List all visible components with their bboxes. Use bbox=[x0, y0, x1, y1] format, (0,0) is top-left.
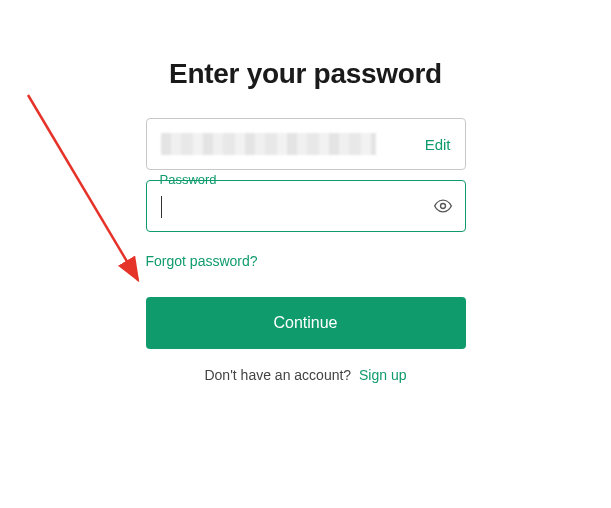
eye-icon[interactable] bbox=[433, 196, 453, 216]
password-field bbox=[146, 180, 466, 232]
password-field-wrap: Password bbox=[146, 180, 466, 232]
text-cursor bbox=[161, 196, 162, 218]
login-form: Enter your password Edit Password Forgot… bbox=[146, 0, 466, 383]
edit-email-link[interactable]: Edit bbox=[425, 136, 451, 153]
svg-line-2 bbox=[28, 95, 138, 280]
email-display-box: Edit bbox=[146, 118, 466, 170]
signup-link[interactable]: Sign up bbox=[359, 367, 406, 383]
signup-prompt-row: Don't have an account? Sign up bbox=[146, 367, 466, 383]
svg-point-0 bbox=[440, 204, 445, 209]
email-redacted bbox=[161, 133, 376, 155]
page-title: Enter your password bbox=[146, 58, 466, 90]
signup-prompt: Don't have an account? bbox=[204, 367, 351, 383]
password-input[interactable] bbox=[161, 198, 421, 215]
forgot-password-link[interactable]: Forgot password? bbox=[146, 253, 258, 269]
continue-button[interactable]: Continue bbox=[146, 297, 466, 349]
